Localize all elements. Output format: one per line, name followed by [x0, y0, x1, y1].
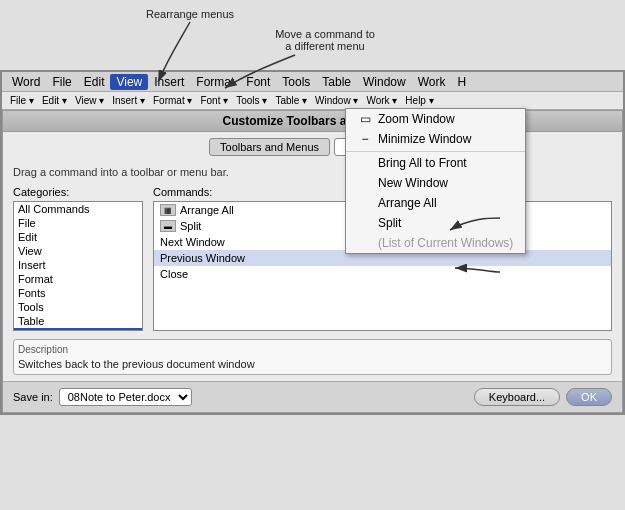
cat-tools[interactable]: Tools: [14, 300, 142, 314]
sub-table[interactable]: Table ▾: [271, 95, 311, 106]
sub-view[interactable]: View ▾: [71, 95, 108, 106]
dropdown-new-window[interactable]: New Window: [346, 173, 525, 193]
menu-insert[interactable]: Insert: [148, 74, 190, 90]
sub-window[interactable]: Window ▾: [311, 95, 362, 106]
dropdown-split[interactable]: Split: [346, 213, 525, 233]
cat-window-help[interactable]: Window and Help: [14, 328, 142, 331]
split-icon: ▬: [160, 220, 176, 232]
categories-column: Categories: All Commands File Edit View …: [13, 186, 143, 331]
cat-table[interactable]: Table: [14, 314, 142, 328]
menu-view[interactable]: View: [110, 74, 148, 90]
menu-edit[interactable]: Edit: [78, 74, 111, 90]
sub-work[interactable]: Work ▾: [362, 95, 401, 106]
keyboard-button[interactable]: Keyboard...: [474, 388, 560, 406]
tab-bar: Toolbars and Menus Commands: [3, 132, 622, 160]
arrange-all-icon: ▦: [160, 204, 176, 216]
dropdown-bring-all[interactable]: Bring All to Front: [346, 151, 525, 173]
dialog-body: Drag a command into a toolbar or menu ba…: [3, 160, 622, 381]
sub-font[interactable]: Font ▾: [196, 95, 232, 106]
dropdown-zoom-window[interactable]: ▭ Zoom Window: [346, 109, 525, 129]
sub-insert[interactable]: Insert ▾: [108, 95, 149, 106]
menu-h[interactable]: H: [452, 74, 473, 90]
ok-button[interactable]: OK: [566, 388, 612, 406]
menu-file[interactable]: File: [46, 74, 77, 90]
sub-tools[interactable]: Tools ▾: [232, 95, 271, 106]
dialog-title: Customize Toolbars and Menus: [3, 111, 622, 132]
zoom-icon: ▭: [358, 112, 372, 126]
minimize-icon: −: [358, 132, 372, 146]
menu-font[interactable]: Font: [240, 74, 276, 90]
save-in-label: Save in:: [13, 391, 53, 403]
sub-format[interactable]: Format ▾: [149, 95, 196, 106]
description-section: Description Switches back to the previou…: [13, 339, 612, 375]
cat-fonts[interactable]: Fonts: [14, 286, 142, 300]
dropdown-list-current: (List of Current Windows): [346, 233, 525, 253]
menu-bar: Word File Edit View Insert Format Font T…: [2, 72, 623, 92]
categories-label: Categories:: [13, 186, 143, 198]
sub-edit[interactable]: Edit ▾: [38, 95, 71, 106]
cat-format[interactable]: Format: [14, 272, 142, 286]
window-dropdown-menu: ▭ Zoom Window − Minimize Window Bring Al…: [345, 108, 526, 254]
cat-edit[interactable]: Edit: [14, 230, 142, 244]
menu-format[interactable]: Format: [190, 74, 240, 90]
bottom-bar: Save in: 08Note to Peter.docx Keyboard..…: [3, 381, 622, 412]
sub-menu-bar: File ▾ Edit ▾ View ▾ Insert ▾ Format ▾ F…: [2, 92, 623, 110]
cat-file[interactable]: File: [14, 216, 142, 230]
description-text: Switches back to the previous document w…: [18, 358, 607, 370]
menu-tools[interactable]: Tools: [276, 74, 316, 90]
save-in-select[interactable]: 08Note to Peter.docx: [59, 388, 192, 406]
menu-window[interactable]: Window: [357, 74, 412, 90]
dropdown-minimize-window[interactable]: − Minimize Window: [346, 129, 525, 149]
rearrange-annotation: Rearrange menus: [130, 8, 250, 20]
description-label: Description: [18, 344, 607, 355]
cat-insert[interactable]: Insert: [14, 258, 142, 272]
cat-all-commands[interactable]: All Commands: [14, 202, 142, 216]
menu-table[interactable]: Table: [316, 74, 357, 90]
tab-toolbars-menus[interactable]: Toolbars and Menus: [209, 138, 330, 156]
menu-work[interactable]: Work: [412, 74, 452, 90]
categories-listbox[interactable]: All Commands File Edit View Insert Forma…: [13, 201, 143, 331]
cmd-close[interactable]: Close: [154, 266, 611, 282]
sub-help[interactable]: Help ▾: [401, 95, 437, 106]
dropdown-arrange-all[interactable]: Arrange All: [346, 193, 525, 213]
cat-view[interactable]: View: [14, 244, 142, 258]
menu-word[interactable]: Word: [6, 74, 46, 90]
sub-file[interactable]: File ▾: [6, 95, 38, 106]
customize-dialog: Customize Toolbars and Menus Toolbars an…: [2, 110, 623, 413]
move-command-annotation: Move a command toa different menu: [260, 28, 390, 52]
